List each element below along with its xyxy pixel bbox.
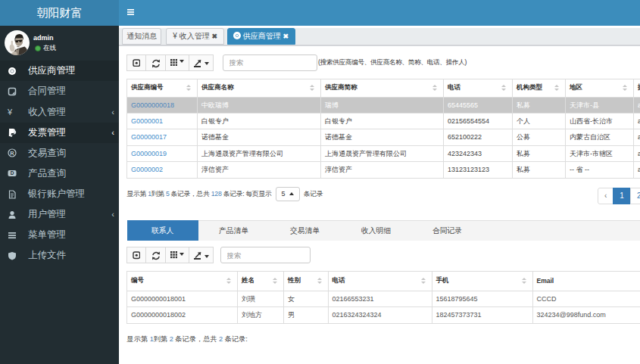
- svg-text:R: R: [10, 150, 14, 157]
- svg-text:D: D: [11, 171, 14, 176]
